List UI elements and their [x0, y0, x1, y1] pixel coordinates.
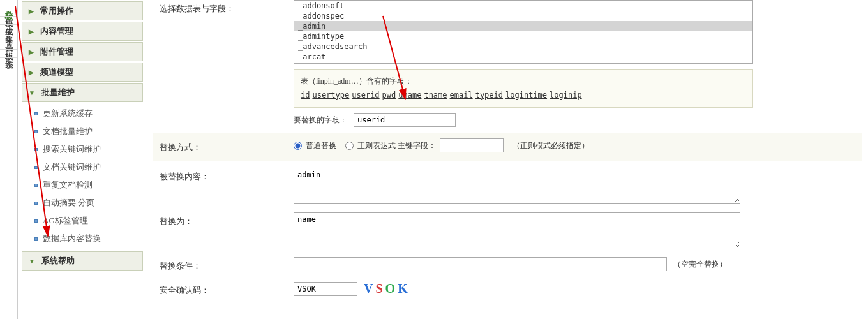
radio-normal-label: 普通替换 — [306, 140, 336, 151]
vtab-system[interactable]: 系统 — [0, 50, 17, 58]
label-replace-to: 替换为： — [153, 212, 294, 230]
vtab-module[interactable]: 模块 — [0, 8, 17, 17]
vertical-tabs: 核心 模块 生成 采集 会员 模板 系统 — [0, 0, 18, 319]
vtab-core[interactable]: 核心 — [0, 0, 17, 8]
fields-panel: 表（linpin_adm…）含有的字段： idusertypeuseridpwd… — [294, 69, 753, 108]
menu-system-help[interactable]: ▼系统帮助 — [22, 251, 143, 271]
field-link[interactable]: logintime — [505, 91, 547, 100]
field-link[interactable]: loginip — [550, 91, 582, 100]
table-option[interactable]: _admin — [294, 21, 752, 31]
chevron-right-icon: ▶ — [29, 48, 34, 56]
input-replace-field[interactable] — [354, 113, 456, 127]
chevron-right-icon: ▶ — [29, 28, 34, 35]
bullet-icon — [34, 202, 38, 205]
regex-hint: （正则模式必须指定） — [513, 140, 589, 151]
bullet-icon — [34, 148, 38, 151]
bullet-icon — [34, 184, 38, 187]
field-link[interactable]: tname — [424, 91, 447, 100]
label-captcha: 安全确认码： — [153, 281, 294, 299]
bullet-icon — [34, 112, 38, 115]
table-option[interactable]: _admintype — [294, 31, 752, 41]
menu-channel[interactable]: ▶频道模型 — [22, 63, 143, 82]
chevron-right-icon: ▶ — [29, 69, 34, 76]
vtab-template[interactable]: 模板 — [0, 41, 17, 50]
field-link[interactable]: typeid — [475, 91, 503, 100]
sidebar-item-batch-0[interactable]: 更新系统缓存 — [33, 105, 143, 122]
field-link[interactable]: uname — [398, 91, 421, 100]
label-condition: 替换条件： — [153, 257, 294, 275]
textarea-replaced-content[interactable] — [294, 168, 740, 204]
sidebar-item-batch-1[interactable]: 文档批量维护 — [33, 122, 143, 140]
bullet-icon — [34, 219, 38, 223]
chevron-down-icon: ▼ — [29, 258, 35, 265]
chevron-right-icon: ▶ — [29, 8, 34, 15]
radio-regex-label: 正则表达式 主键字段： — [357, 140, 436, 151]
main-form: 选择数据表与字段： _addonsoft _addonspec _admin _… — [147, 0, 868, 319]
vtab-collect[interactable]: 采集 — [0, 25, 17, 33]
table-listbox[interactable]: _addonsoft _addonspec _admin _admintype … — [294, 0, 753, 64]
field-link[interactable]: email — [450, 91, 473, 100]
captcha-image[interactable]: VSOK — [364, 281, 410, 296]
bullet-icon — [34, 166, 38, 169]
label-replaced-content: 被替换内容： — [153, 168, 294, 186]
field-link[interactable]: usertype — [312, 91, 349, 100]
label-method: 替换方式： — [153, 138, 294, 156]
input-captcha[interactable] — [294, 282, 357, 296]
radio-normal[interactable] — [294, 142, 302, 150]
label-replace-field: 要替换的字段： — [294, 115, 347, 126]
radio-regex[interactable] — [345, 142, 354, 150]
condition-hint: （空完全替换） — [673, 259, 727, 270]
sidebar-item-batch-6[interactable]: AG标签管理 — [33, 212, 143, 230]
fields-panel-header: 表（linpin_adm…）含有的字段： — [301, 75, 746, 89]
menu-content[interactable]: ▶内容管理 — [22, 22, 143, 41]
field-link[interactable]: userid — [352, 91, 379, 100]
table-option[interactable]: _arcat — [294, 52, 752, 62]
menu-common-ops[interactable]: ▶常用操作 — [22, 1, 143, 20]
sidebar: ▶常用操作 ▶内容管理 ▶附件管理 ▶频道模型 ▼批量维护 更新系统缓存文档批量… — [18, 0, 147, 319]
sidebar-item-batch-4[interactable]: 重复文档检测 — [33, 176, 143, 194]
chevron-down-icon: ▼ — [29, 89, 35, 96]
input-primary-key[interactable] — [440, 138, 504, 152]
textarea-replace-to[interactable] — [294, 212, 740, 248]
field-link[interactable]: pwd — [382, 91, 396, 100]
bullet-icon — [34, 130, 38, 133]
label-select-table: 选择数据表与字段： — [153, 0, 294, 18]
table-option[interactable]: _addonspec — [294, 11, 752, 21]
input-condition[interactable] — [294, 257, 667, 271]
sidebar-item-batch-5[interactable]: 自动摘要|分页 — [33, 194, 143, 212]
menu-attachment[interactable]: ▶附件管理 — [22, 42, 143, 61]
sidebar-item-batch-2[interactable]: 搜索关键词维护 — [33, 140, 143, 158]
vtab-generate[interactable]: 生成 — [0, 17, 17, 25]
field-link[interactable]: id — [301, 91, 310, 100]
menu-batch[interactable]: ▼批量维护 — [22, 83, 143, 102]
sidebar-item-batch-3[interactable]: 文档关键词维护 — [33, 158, 143, 176]
table-option[interactable]: _advancedsearch — [294, 41, 752, 52]
bullet-icon — [34, 237, 38, 241]
sidebar-item-batch-7[interactable]: 数据库内容替换 — [33, 230, 143, 248]
vtab-member[interactable]: 会员 — [0, 33, 17, 41]
table-option[interactable]: _addonsoft — [294, 1, 752, 11]
